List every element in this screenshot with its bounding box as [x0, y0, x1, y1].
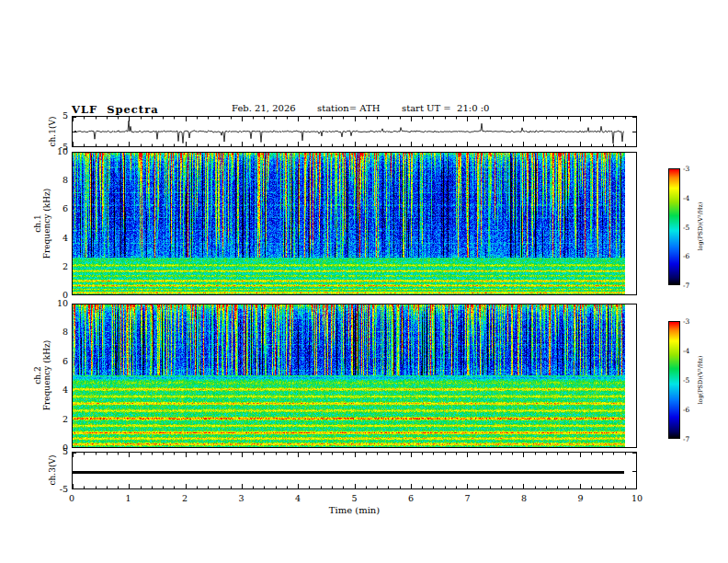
ch3-wave-ytick-label: -5	[46, 484, 68, 494]
ch2-spec-ytick-label: 8	[46, 327, 68, 337]
ch3-waveform-canvas	[73, 453, 636, 488]
ch3-wave-ylabel: ch.3(V)	[48, 455, 57, 486]
date-label: Feb. 21, 2026	[232, 103, 296, 113]
ch2-colorbar-unit-label: log(PSD)(V²/Hz)	[698, 356, 704, 405]
x-tick-label: 5	[346, 493, 364, 503]
ch1-waveform-panel	[72, 116, 637, 147]
ch1-colorbar-canvas	[669, 169, 679, 284]
x-tick-label: 4	[289, 493, 307, 503]
x-tick-label: 10	[628, 493, 646, 503]
ch2-colorbar	[668, 321, 680, 439]
ch2-colorbar-canvas	[669, 322, 679, 438]
ch1-colorbar-tick-label: -3	[683, 165, 689, 173]
ch1-spec-ytick-label: 4	[46, 233, 68, 243]
plot-title: VLF Spectra	[72, 103, 159, 116]
x-tick-label: 8	[515, 493, 533, 503]
x-tick-label: 3	[233, 493, 251, 503]
ch2-colorbar-tick-label: -7	[683, 435, 689, 443]
ch1-wave-ytick-label: 5	[46, 110, 68, 121]
ch2-spectrogram-canvas	[73, 304, 636, 447]
ch3-waveform-panel	[72, 452, 637, 489]
ch1-spec-ytick-label: 6	[46, 203, 68, 213]
ch1-wave-ytick-label: -5	[46, 142, 68, 152]
start-ut-label: start UT = 21:0 :0	[402, 103, 489, 113]
ch2-spec-ytick-label: 2	[46, 414, 68, 424]
ch1-waveform-canvas	[73, 117, 636, 146]
ch3-wave-ytick-label: 5	[46, 446, 68, 456]
x-axis-title: Time (min)	[290, 505, 419, 515]
vlf-spectra-figure: VLF Spectra Feb. 21, 2026 station= ATH s…	[0, 0, 728, 563]
ch1-spec-ytick-label: 8	[46, 175, 68, 185]
ch2-colorbar-tick-label: -6	[683, 406, 689, 414]
ch1-spectrogram-panel	[72, 152, 637, 295]
ch1-spec-ylabel-line1: ch.1	[33, 189, 42, 259]
ch2-spec-ylabel-line1: ch.2	[33, 340, 42, 411]
ch1-spec-ylabel-line2: Frequency (kHz)	[42, 189, 51, 259]
ch2-colorbar-tick-label: -4	[683, 347, 689, 355]
ch2-spec-ytick-label: 6	[46, 356, 68, 366]
ch1-colorbar	[668, 168, 680, 285]
ch1-spec-ylabel: ch.1 Frequency (kHz)	[33, 189, 52, 259]
x-tick-label: 9	[572, 493, 590, 503]
ch1-colorbar-tick-label: -4	[683, 194, 689, 202]
ch1-spectrogram-canvas	[73, 153, 636, 294]
ch1-colorbar-tick-label: -7	[683, 282, 689, 290]
ch2-spec-ylabel: ch.2 Frequency (kHz)	[33, 340, 52, 411]
ch1-colorbar-tick-label: -6	[683, 252, 689, 260]
x-tick-label: 2	[176, 493, 194, 503]
x-tick-label: 7	[459, 493, 477, 503]
ch2-spec-ylabel-line2: Frequency (kHz)	[42, 340, 51, 411]
ch1-colorbar-unit-label: log(PSD)(V²/Hz)	[698, 202, 704, 251]
ch1-spec-ytick-label: 2	[46, 261, 68, 271]
ch2-spec-ytick-label: 10	[46, 298, 68, 308]
x-tick-label: 6	[402, 493, 420, 503]
ch1-colorbar-tick-label: -5	[683, 224, 689, 232]
ch2-colorbar-tick-label: -5	[683, 376, 689, 385]
ch2-spectrogram-panel	[72, 304, 637, 448]
station-label: station= ATH	[317, 103, 380, 113]
ch2-colorbar-tick-label: -3	[683, 317, 689, 326]
x-tick-label: 1	[119, 493, 138, 503]
x-tick-label: 0	[63, 493, 81, 503]
ch2-spec-ytick-label: 4	[46, 385, 68, 395]
